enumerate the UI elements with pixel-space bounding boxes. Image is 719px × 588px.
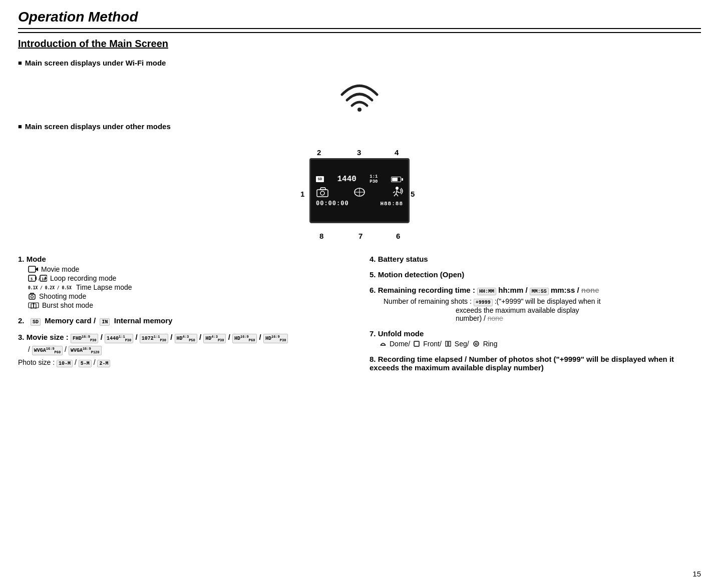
- item-7-title: 7. Unfold mode: [370, 329, 701, 338]
- unfold-icon: [352, 187, 367, 198]
- motion-icon: [389, 186, 403, 198]
- svg-line-10: [396, 194, 398, 196]
- svg-rect-1: [317, 190, 328, 197]
- item-3-extra: / WVGA16:9P60 / WVGA16:9P120: [28, 345, 349, 355]
- svg-text:0.1X / 0.2X / 0.5X / 10X / 30X: 0.1X / 0.2X / 0.5X / 10X / 30X / 60X: [28, 286, 73, 290]
- svg-line-11: [393, 192, 395, 193]
- label-3: 3: [357, 148, 361, 157]
- item-1-title: 1. Mode: [18, 255, 349, 263]
- wifi-diagram: [18, 72, 701, 122]
- timelapse-icon: 0.1X / 0.2X / 0.5X / 10X / 30X / 60X: [28, 284, 73, 291]
- elapsed-time-display: 00:00:00: [316, 200, 349, 207]
- modes-section-header: Main screen displays under other modes: [18, 122, 701, 131]
- item-5-title: 5. Motion detection (Open): [370, 270, 701, 279]
- sd-card-indicator: SD: [316, 176, 324, 182]
- svg-text:10: 10: [42, 277, 46, 281]
- fps-display: 1:1P30: [370, 174, 378, 184]
- label-4: 4: [395, 148, 399, 157]
- item-3: 3. Movie size : FHD16:9P30 / 14401:1P30 …: [18, 333, 349, 367]
- wifi-section-header: Main screen displays under Wi-Fi mode: [18, 59, 701, 67]
- svg-point-7: [396, 187, 399, 190]
- item-1-sub-burst: Burst shot mode: [28, 301, 349, 309]
- svg-line-12: [397, 192, 400, 193]
- svg-point-24: [31, 296, 34, 298]
- item-6: 6. Remaining recording time : HH:MM hh:m…: [370, 286, 701, 322]
- movie-mode-icon: [28, 266, 38, 273]
- item-4: 4. Battery status: [370, 255, 701, 263]
- item-8: 8. Recording time elapsed / Number of ph…: [370, 355, 701, 372]
- section-title: Introduction of the Main Screen: [18, 38, 701, 50]
- wifi-icon: [337, 77, 382, 112]
- svg-point-33: [475, 343, 477, 345]
- camera-icon: [316, 187, 330, 197]
- item-1-sub-timelapse: 0.1X / 0.2X / 0.5X / 10X / 30X / 60X Tim…: [28, 283, 349, 291]
- item-6-title: 6. Remaining recording time : HH:MM hh:m…: [370, 286, 701, 295]
- ring-icon: [472, 340, 480, 347]
- item-1: 1. Mode Movie mode 5 / 10 Loop: [18, 255, 349, 309]
- page-number: 15: [692, 569, 701, 578]
- resolution-display: 1440: [337, 175, 356, 184]
- item-7-sub: Dome/ Front/ Seg/ Ring: [380, 340, 701, 348]
- content-grid: 1. Mode Movie mode 5 / 10 Loop: [18, 255, 701, 379]
- svg-rect-29: [414, 341, 419, 346]
- label-8: 8: [319, 232, 323, 240]
- item-2-title: 2. SD Memory card / IN Internal memory: [18, 316, 349, 326]
- seg-icon: [445, 340, 452, 347]
- dome-icon: [380, 340, 387, 347]
- diagram-container: 2 3 4 1 5 8 7 6 SD 1440 1:1P30: [18, 136, 701, 246]
- none-label-6b: none: [488, 314, 503, 322]
- remaining-time-display: H88:88: [380, 201, 403, 207]
- item-4-title: 4. Battery status: [370, 255, 701, 263]
- svg-text:5: 5: [31, 277, 33, 281]
- item-8-title: 8. Recording time elapsed / Number of ph…: [370, 355, 701, 372]
- svg-line-8: [396, 190, 397, 194]
- item-3-title: 3. Movie size : FHD16:9P30 / 14401:1P30 …: [18, 333, 349, 343]
- svg-rect-13: [29, 266, 36, 272]
- svg-line-9: [394, 194, 396, 196]
- front-icon: [413, 340, 420, 347]
- shooting-mode-icon: [28, 293, 36, 300]
- svg-rect-31: [449, 341, 451, 346]
- svg-point-32: [474, 341, 479, 346]
- item-1-sub-movie: Movie mode: [28, 265, 349, 273]
- label-2: 2: [317, 148, 321, 157]
- label-5: 5: [411, 190, 415, 198]
- right-column: 4. Battery status 5. Motion detection (O…: [370, 255, 701, 379]
- diagram-wrapper: 2 3 4 1 5 8 7 6 SD 1440 1:1P30: [274, 136, 445, 246]
- item-3-photo: Photo size : 10-M / 5-M / 2-M: [18, 358, 349, 367]
- item-5: 5. Motion detection (Open): [370, 270, 701, 279]
- label-1: 1: [300, 190, 304, 198]
- svg-point-0: [357, 108, 362, 112]
- item-6-shots: Number of remaining shots : +9999 :("+99…: [384, 297, 701, 322]
- svg-rect-23: [29, 294, 35, 299]
- none-label-6: none: [581, 286, 599, 294]
- item-2: 2. SD Memory card / IN Internal memory: [18, 316, 349, 326]
- burst-mode-icon: [28, 302, 39, 309]
- item-1-sub-loop: 5 / 10 Loop recording mode: [28, 274, 349, 282]
- loop-mode-icon: 5 / 10: [28, 275, 47, 282]
- svg-rect-30: [446, 341, 448, 346]
- page-title: Operation Method: [18, 9, 701, 29]
- item-7: 7. Unfold mode Dome/ Front/ Seg/: [370, 329, 701, 348]
- label-7: 7: [358, 232, 363, 240]
- item-1-sub-shoot: Shooting mode: [28, 292, 349, 300]
- svg-marker-2: [320, 188, 326, 190]
- battery-icon: [391, 177, 403, 182]
- screen-display: SD 1440 1:1P30: [309, 158, 410, 223]
- svg-point-3: [320, 191, 324, 195]
- label-6: 6: [396, 232, 400, 240]
- left-column: 1. Mode Movie mode 5 / 10 Loop: [18, 255, 349, 379]
